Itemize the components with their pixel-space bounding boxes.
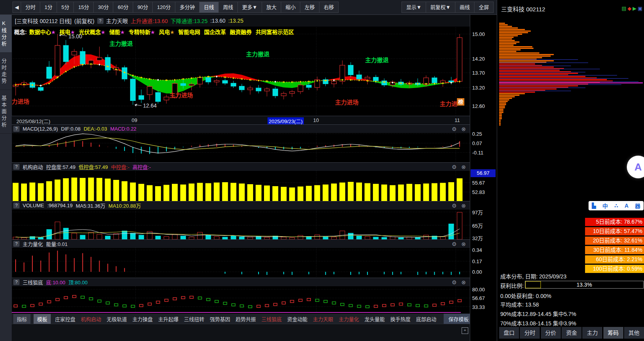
concept-数据中心[interactable]: 数据中心★ (29, 28, 56, 36)
volume-axis-label: 65万 (472, 222, 483, 229)
tab-龙头量能[interactable]: 龙头量能 (362, 315, 387, 323)
period-放大[interactable]: 放大 (262, 2, 281, 13)
period-缩小[interactable]: 缩小 (281, 2, 300, 13)
tab-趋势共振[interactable]: 趋势共振 (233, 315, 259, 323)
gear-icon[interactable]: ⚙ (452, 241, 457, 247)
concept-智能电网[interactable]: 智能电网 (178, 28, 200, 36)
concept-核电[interactable]: 核电★ (59, 28, 75, 36)
period-5分[interactable]: 5分 (57, 2, 74, 13)
sidebar-item-分时走势[interactable]: 分时走势 (0, 53, 12, 90)
macd-dif-value: DIF:0.08 (61, 126, 80, 132)
tab-主力量化[interactable]: 主力量化 (336, 315, 362, 323)
gear-icon[interactable]: ⚙ (452, 126, 457, 132)
concept-储能[interactable]: 储能★ (109, 28, 125, 36)
tab-模板[interactable]: 模板 (34, 314, 51, 324)
concept-共同富裕示范区[interactable]: 共同富裕示范区 (256, 28, 294, 36)
cost-row-6: 100日前成本: 0.59% (585, 265, 644, 273)
quick-grid-icon[interactable]: 器 (635, 202, 640, 210)
window-icon[interactable]: ▣ (638, 5, 642, 11)
back-icon[interactable]: ◀ (12, 2, 21, 13)
tab-三线狙底[interactable]: 三线狙底 (259, 315, 284, 323)
tab-资金动能[interactable]: 资金动能 (284, 315, 310, 323)
gear-icon[interactable]: ⚙ (452, 164, 457, 170)
tab-无极轨道[interactable]: 无极轨道 (104, 315, 130, 323)
help-icon[interactable]: ? (13, 279, 20, 285)
chip-bar (499, 120, 501, 121)
quick-chart-icon[interactable]: ▙ (592, 203, 596, 209)
tab-三线扭转[interactable]: 三线扭转 (181, 315, 207, 323)
period-日线[interactable]: 日线 (199, 2, 219, 13)
help-icon[interactable]: ? (13, 203, 20, 208)
tab-强势基因[interactable]: 强势基因 (207, 315, 233, 323)
gear-icon[interactable]: ⚙ (452, 279, 457, 285)
tab-换手热度[interactable]: 换手热度 (387, 315, 413, 323)
gear-icon[interactable]: ⚙ (452, 203, 457, 209)
volume-chart[interactable] (12, 210, 470, 239)
tab-机构启动[interactable]: 机构启动 (78, 315, 104, 323)
quick-a-icon[interactable]: A (624, 203, 628, 209)
sidebar-item-基本面分析[interactable]: 基本面分析 (0, 90, 12, 134)
arrow-icon[interactable]: ▶ (633, 5, 637, 11)
concept-专精特新[interactable]: 专精特新★ (128, 28, 155, 36)
period-120分[interactable]: 120分 (152, 2, 175, 13)
quick-zhong-icon[interactable]: 中 (602, 202, 608, 210)
period-60分[interactable]: 60分 (113, 2, 133, 13)
right-tab-筹码[interactable]: 筹码 (603, 327, 623, 339)
tab-主力操盘[interactable]: 主力操盘 (130, 315, 155, 323)
sanxian-chart[interactable] (12, 286, 470, 312)
mini-kline-icon[interactable]: ▤ (621, 5, 626, 11)
help-icon[interactable]: ? (97, 18, 103, 24)
period-分时[interactable]: 分时 (21, 2, 40, 13)
help-icon[interactable]: ? (13, 126, 20, 132)
period-周线[interactable]: 周线 (218, 2, 238, 13)
toolbar-显示▼[interactable]: 显示▼ (401, 2, 426, 13)
close-icon[interactable]: ⊗ (461, 126, 466, 132)
close-icon[interactable]: ⊗ (461, 279, 466, 285)
right-tab-其他[interactable]: 其他 (624, 327, 644, 339)
concept-风电[interactable]: 风电★ (159, 28, 175, 36)
period-右移[interactable]: 右移 (319, 2, 339, 13)
right-tab-分时[interactable]: 分时 (520, 327, 540, 339)
toolbar-前复权▼[interactable]: 前复权▼ (426, 2, 455, 13)
chip-bar (499, 37, 514, 38)
price-axis-label: 13.20 (472, 85, 485, 91)
rank-badge[interactable]: 榜 (457, 98, 464, 106)
close-icon[interactable]: ⊗ (461, 203, 466, 209)
right-tab-资金[interactable]: 资金 (562, 327, 582, 339)
period-左移[interactable]: 左移 (300, 2, 319, 13)
jigou-chart[interactable] (12, 171, 470, 201)
help-icon[interactable]: ? (13, 164, 20, 170)
tab-底部启动[interactable]: 底部启动 (413, 315, 439, 323)
main-kline-chart[interactable]: 15.0012.64主力撤退主力撤退主力撤退主力进场主力进场力进场主力进榜 (12, 27, 470, 116)
quick-dots-icon[interactable]: ∴ (614, 203, 618, 209)
tab-主力天眼[interactable]: 主力天眼 (310, 315, 336, 323)
period-多分钟[interactable]: 多分钟 (175, 2, 200, 13)
right-tab-盘口[interactable]: 盘口 (499, 327, 519, 339)
period-更多▼[interactable]: 更多▼ (237, 2, 262, 13)
tab-庄家控盘[interactable]: 庄家控盘 (52, 315, 78, 323)
concept-融资融券[interactable]: 融资融券 (230, 28, 252, 36)
zhuli-chart[interactable] (12, 248, 470, 278)
period-90分[interactable]: 90分 (133, 2, 153, 13)
tab-指标[interactable]: 指标 (13, 314, 30, 324)
toolbar-全屏[interactable]: 全屏 (474, 2, 494, 13)
close-icon[interactable]: ⊗ (461, 241, 466, 247)
macd-chart[interactable] (12, 133, 470, 162)
right-tab-分价[interactable]: 分价 (541, 327, 561, 339)
sidebar-item-K线分析[interactable]: K线分析 (0, 15, 12, 53)
concept-光伏概念[interactable]: 光伏概念★ (79, 28, 105, 36)
period-15分[interactable]: 15分 (73, 2, 93, 13)
save-template-button[interactable]: 保存模板 (444, 314, 473, 324)
assistant-button[interactable]: A (627, 156, 644, 178)
help-icon[interactable]: ? (13, 241, 20, 247)
close-icon[interactable]: ⊗ (461, 164, 466, 170)
tab-主升起爆[interactable]: 主升起爆 (155, 315, 181, 323)
export-icon[interactable]: + (462, 327, 468, 334)
flame-icon[interactable]: ◆ (628, 5, 632, 11)
chip-bar (499, 95, 519, 96)
concept-国企改革[interactable]: 国企改革 (204, 28, 226, 36)
period-1分[interactable]: 1分 (40, 2, 57, 13)
right-tab-主力[interactable]: 主力 (582, 327, 602, 339)
toolbar-画线[interactable]: 画线 (455, 2, 475, 13)
period-30分[interactable]: 30分 (93, 2, 113, 13)
